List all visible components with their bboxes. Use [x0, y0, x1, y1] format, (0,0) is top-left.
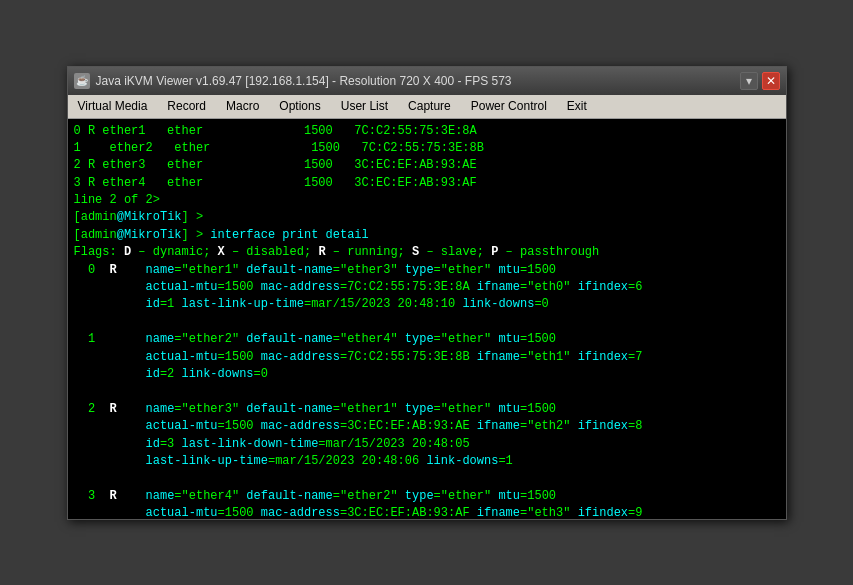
window-title: Java iKVM Viewer v1.69.47 [192.168.1.154…: [96, 74, 512, 88]
terminal-line: 1 name="ether2" default-name="ether4" ty…: [74, 331, 780, 348]
terminal-line: actual-mtu=1500 mac-address=7C:C2:55:75:…: [74, 349, 780, 366]
title-bar-left: ☕ Java iKVM Viewer v1.69.47 [192.168.1.1…: [74, 73, 512, 89]
terminal-line: [admin@MikroTik] >: [74, 209, 780, 226]
terminal-line: 0 R ether1 ether 1500 7C:C2:55:75:3E:8A: [74, 123, 780, 140]
terminal-line: actual-mtu=1500 mac-address=3C:EC:EF:AB:…: [74, 505, 780, 518]
menu-item-power-control[interactable]: Power Control: [461, 95, 557, 118]
terminal-line: last-link-up-time=mar/15/2023 20:48:06 l…: [74, 453, 780, 470]
app-icon: ☕: [74, 73, 90, 89]
minimize-button[interactable]: ▾: [740, 72, 758, 90]
ikvm-window: ☕ Java iKVM Viewer v1.69.47 [192.168.1.1…: [67, 66, 787, 520]
terminal-output[interactable]: 0 R ether1 ether 1500 7C:C2:55:75:3E:8A …: [68, 119, 786, 519]
menu-item-virtual-media[interactable]: Virtual Media: [68, 95, 158, 118]
menu-item-exit[interactable]: Exit: [557, 95, 597, 118]
menu-item-macro[interactable]: Macro: [216, 95, 269, 118]
terminal-line: 0 R name="ether1" default-name="ether3" …: [74, 262, 780, 279]
menu-item-user-list[interactable]: User List: [331, 95, 398, 118]
terminal-line: id=2 link-downs=0: [74, 366, 780, 383]
terminal-line: 1 ether2 ether 1500 7C:C2:55:75:3E:8B: [74, 140, 780, 157]
terminal-line: 3 R name="ether4" default-name="ether2" …: [74, 488, 780, 505]
terminal-line: 3 R ether4 ether 1500 3C:EC:EF:AB:93:AF: [74, 175, 780, 192]
title-bar-controls: ▾ ✕: [740, 72, 780, 90]
terminal-line: [74, 470, 780, 487]
terminal-line: [admin@MikroTik] > interface print detai…: [74, 227, 780, 244]
menu-item-options[interactable]: Options: [269, 95, 330, 118]
terminal-line: id=3 last-link-down-time=mar/15/2023 20:…: [74, 436, 780, 453]
terminal-line: [74, 314, 780, 331]
terminal-line: line 2 of 2>: [74, 192, 780, 209]
terminal-line: id=1 last-link-up-time=mar/15/2023 20:48…: [74, 296, 780, 313]
terminal-line: 2 R name="ether3" default-name="ether1" …: [74, 401, 780, 418]
menu-bar: Virtual MediaRecordMacroOptionsUser List…: [68, 95, 786, 119]
close-button[interactable]: ✕: [762, 72, 780, 90]
terminal-line: Flags: D – dynamic; X – disabled; R – ru…: [74, 244, 780, 261]
terminal-line: 2 R ether3 ether 1500 3C:EC:EF:AB:93:AE: [74, 157, 780, 174]
terminal-line: actual-mtu=1500 mac-address=7C:C2:55:75:…: [74, 279, 780, 296]
terminal-line: [74, 383, 780, 400]
menu-item-record[interactable]: Record: [157, 95, 216, 118]
terminal-line: actual-mtu=1500 mac-address=3C:EC:EF:AB:…: [74, 418, 780, 435]
title-bar: ☕ Java iKVM Viewer v1.69.47 [192.168.1.1…: [68, 67, 786, 95]
menu-item-capture[interactable]: Capture: [398, 95, 461, 118]
